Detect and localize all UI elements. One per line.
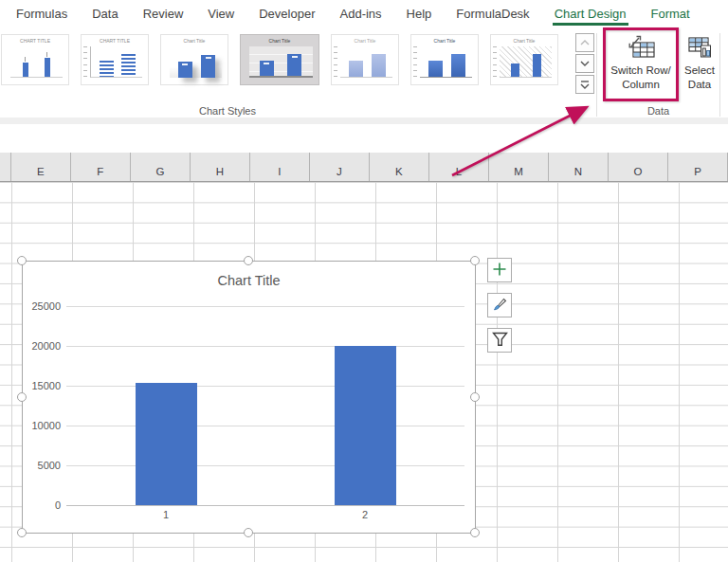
chart-gridline [66,465,464,466]
excel-window: FormulasDataReviewViewDeveloperAdd-insHe… [0,0,728,562]
thumb-chart-title: Chart Title [491,38,557,44]
y-axis-tick-label: 10000 [23,421,61,431]
chart-bar-1[interactable] [136,383,197,505]
tab-chart-design[interactable]: Chart Design [542,0,639,27]
chart-style-option-4[interactable]: Chart Title [240,34,319,85]
chart-styles-group-label: Chart Styles [142,105,313,117]
column-header-p[interactable]: P [668,153,728,181]
y-axis-tick-label: 25000 [23,301,61,312]
thumb-bar [451,54,465,77]
select-data-button[interactable]: Select Data [680,31,719,92]
tab-add-ins[interactable]: Add-ins [328,0,394,27]
chart-bar-2[interactable] [335,346,396,505]
tab-data[interactable]: Data [80,0,130,27]
thumb-bar [287,54,301,76]
select-data-label-line2: Data [688,78,711,92]
chevron-up-icon [580,40,590,45]
plus-icon [492,262,507,280]
tab-help[interactable]: Help [394,0,445,27]
chart-resize-handle-bottom-left[interactable] [17,528,27,537]
switch-row-column-label-line2: Column [622,78,660,92]
thumb-bar [100,61,114,77]
thumb-axis-ticks [334,46,338,77]
column-header-h[interactable]: H [191,153,250,181]
chart-style-option-2[interactable]: CHART TITLE [81,34,149,85]
column-header-i[interactable]: I [250,153,310,181]
thumb-bar [260,61,274,76]
gallery-scrollbar [575,33,594,96]
tab-view[interactable]: View [195,0,246,27]
worksheet: EFGHIJKLMNOP Chart Title 050001000015000… [0,153,728,562]
chart-resize-handle-top-middle[interactable] [244,256,253,265]
thumb-plot [249,46,313,78]
column-header-l[interactable]: L [429,153,489,181]
thumb-bar [428,61,443,77]
gallery-more-button[interactable] [575,75,594,94]
ribbon: CHART TITLECHART TITLEChart TitleChart T… [0,27,728,124]
thumb-plot [420,46,472,78]
tab-formulas[interactable]: Formulas [4,0,80,27]
group-divider [719,33,720,117]
thumb-plot [170,46,222,78]
embedded-chart[interactable]: Chart Title 050001000015000200002500012 [22,261,476,534]
tab-developer[interactable]: Developer [246,0,327,27]
column-header-e[interactable]: E [11,153,71,181]
thumb-bar [372,54,386,77]
chart-style-option-7[interactable]: Chart Title [490,34,558,85]
thumb-chart-title: CHART TITLE [82,38,148,44]
thumb-chart-title: CHART TITLE [2,38,68,44]
column-header-partial[interactable] [0,153,11,181]
column-header-k[interactable]: K [370,153,429,181]
chevron-down-icon [580,61,590,66]
chart-resize-handle-middle-left[interactable] [17,392,27,402]
y-axis-tick-label: 20000 [23,341,61,352]
chart-resize-handle-top-right[interactable] [470,256,480,265]
tab-review[interactable]: Review [131,0,196,27]
column-header-j[interactable]: J [310,153,370,181]
thumb-axis-ticks [83,46,88,77]
y-axis-tick-label: 5000 [23,461,61,471]
chart-resize-handle-bottom-middle[interactable] [244,528,253,537]
chart-resize-handle-bottom-right[interactable] [470,528,480,537]
gallery-scroll-down-button[interactable] [575,54,594,73]
chart-resize-handle-middle-right[interactable] [470,392,480,402]
chart-style-option-5[interactable]: Chart Title [331,34,399,85]
chart-gridline [66,386,464,387]
chart-filters-button[interactable] [487,328,512,353]
chart-gridline [66,426,464,426]
column-headers: EFGHIJKLMNOP [0,153,728,182]
column-header-o[interactable]: O [609,153,668,181]
chart-styles-button[interactable] [487,293,512,317]
tab-format[interactable]: Format [639,0,702,27]
chart-x-axis-line [66,505,464,506]
gallery-scroll-up-button[interactable] [575,33,594,52]
switch-row-column-button[interactable]: Switch Row/ Column [604,31,678,92]
thumb-bar [121,54,136,77]
thumb-bar [349,61,363,77]
column-header-n[interactable]: N [549,153,609,181]
chart-styles-gallery: CHART TITLECHART TITLEChart TitleChart T… [1,34,558,89]
chart-gridline [66,306,464,307]
thumb-plot [90,46,142,78]
chart-style-option-3[interactable]: Chart Title [160,34,228,85]
select-data-icon [685,31,714,63]
chart-style-option-6[interactable]: Chart Title [410,34,479,85]
switch-row-column-icon [627,31,655,63]
chart-resize-handle-top-left[interactable] [17,256,27,265]
select-data-label-line1: Select [684,63,715,78]
column-header-m[interactable]: M [489,153,549,181]
chart-title: Chart Title [23,273,475,288]
column-header-f[interactable]: F [71,153,131,181]
thumb-axis-ticks [413,46,418,77]
thumb-chart-title: Chart Title [411,38,478,44]
chart-elements-button[interactable] [487,258,512,282]
data-group: Switch Row/ Column [597,27,719,124]
column-header-g[interactable]: G [131,153,191,181]
chart-style-option-1[interactable]: CHART TITLE [1,34,69,85]
thumb-bar [533,54,541,77]
thumb-plot [500,46,552,78]
tab-formuladesk[interactable]: FormulaDesk [444,0,541,27]
ribbon-tab-bar: FormulasDataReviewViewDeveloperAdd-insHe… [0,0,728,27]
y-axis-tick-label: 15000 [23,381,61,391]
thumb-chart-title: Chart Title [241,38,318,44]
